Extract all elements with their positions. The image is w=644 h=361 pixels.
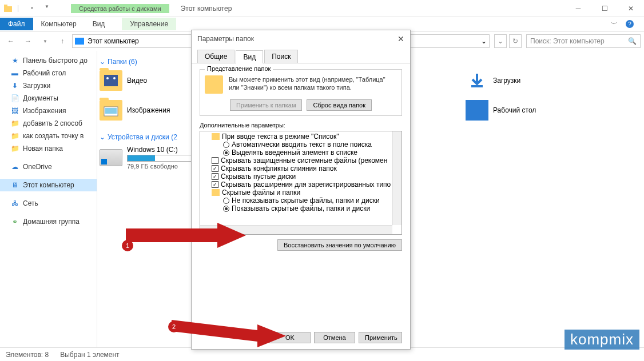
folder-desktop[interactable]: Рабочий стол xyxy=(466,100,580,121)
checkbox-hide-extensions[interactable]: ✓ xyxy=(212,181,218,188)
help-icon[interactable]: ? xyxy=(626,20,634,28)
dialog-tabs: Общие Вид Поиск xyxy=(192,47,410,63)
group-text: Вы можете применить этот вид (например, … xyxy=(229,75,397,94)
ok-button[interactable]: OK xyxy=(269,332,311,343)
radio-hide-hidden[interactable] xyxy=(223,198,229,204)
back-button[interactable]: ← xyxy=(3,34,18,49)
sidebar-item-folder3[interactable]: 📁Новая папка xyxy=(0,142,97,155)
sidebar-item-desktop[interactable]: ▬Рабочий стол xyxy=(0,67,97,79)
dialog-title: Параметры папок xyxy=(197,35,254,43)
checkbox-hide-empty-drives[interactable]: ✓ xyxy=(212,173,218,180)
drive-icon xyxy=(100,149,122,166)
download-icon xyxy=(466,70,488,91)
maximize-button[interactable]: ☐ xyxy=(591,0,618,17)
sidebar-quick-access[interactable]: ★Панель быстрого до xyxy=(0,54,97,67)
folder-icon xyxy=(205,75,223,94)
reset-folders-button[interactable]: Сброс вида папок xyxy=(307,99,372,111)
file-tab[interactable]: Файл xyxy=(0,18,33,30)
dialog-close-button[interactable]: ✕ xyxy=(397,34,404,43)
sidebar-onedrive[interactable]: ☁OneDrive xyxy=(0,161,97,173)
folder-icon: 📁 xyxy=(10,144,19,153)
dialog-footer: OK Отмена Применить xyxy=(192,326,410,349)
checkbox-hide-merge[interactable]: ✓ xyxy=(212,165,218,172)
annotation-badge-1: 1 xyxy=(122,240,133,251)
folder-label: Видео xyxy=(127,77,147,85)
restore-defaults-button[interactable]: Восстановить значения по умолчанию xyxy=(277,239,402,251)
window-title: Этот компьютер xyxy=(181,5,232,13)
checkbox-hide-protected[interactable] xyxy=(212,157,218,164)
recent-dropdown[interactable]: ▼ xyxy=(38,34,53,49)
advanced-label: Дополнительные параметры: xyxy=(200,122,402,129)
explorer-icon xyxy=(3,4,13,13)
folder-label: Рабочий стол xyxy=(493,106,536,114)
svg-rect-6 xyxy=(105,108,117,114)
desktop-icon: ▬ xyxy=(10,69,19,78)
annotation-badge-2: 2 xyxy=(168,321,180,332)
up-button[interactable]: ↑ xyxy=(55,34,70,49)
qat-dropdown-icon[interactable]: ▼ xyxy=(45,4,54,13)
desktop-icon xyxy=(466,100,488,121)
ribbon-collapse-icon[interactable]: ﹀ xyxy=(611,19,618,29)
download-icon: ⬇ xyxy=(10,81,19,90)
folder-icon: 📁 xyxy=(10,131,19,141)
chevron-down-icon[interactable]: ⌄ xyxy=(481,37,487,45)
search-icon: 🔍 xyxy=(628,37,637,45)
network-icon: 🖧 xyxy=(10,199,19,208)
tab-search[interactable]: Поиск xyxy=(264,50,298,63)
tree-vscrollbar[interactable] xyxy=(392,131,401,225)
tab-computer[interactable]: Компьютер xyxy=(33,18,85,30)
contextual-tab-header: Средства работы с дисками xyxy=(71,4,169,13)
sidebar-item-folder2[interactable]: 📁как создать точку в xyxy=(0,130,97,142)
minimize-button[interactable]: ─ xyxy=(565,0,591,17)
sidebar-item-downloads[interactable]: ⬇Загрузки xyxy=(0,79,97,92)
cancel-button[interactable]: Отмена xyxy=(314,332,355,343)
folder-icon xyxy=(100,70,122,91)
sidebar-item-folder1[interactable]: 📁добавить 2 способ xyxy=(0,117,97,130)
sidebar-network[interactable]: 🖧Сеть xyxy=(0,197,97,210)
sidebar-item-pictures[interactable]: 🖼Изображения xyxy=(0,105,97,117)
tree-hscrollbar[interactable] xyxy=(200,225,392,234)
address-text: Этот компьютер xyxy=(88,37,139,45)
search-input[interactable]: Поиск: Этот компьютер 🔍 xyxy=(526,34,641,48)
tab-view[interactable]: Вид xyxy=(85,18,113,30)
svg-point-4 xyxy=(113,77,116,79)
address-dropdown[interactable]: ⌄ xyxy=(494,34,507,48)
tab-manage[interactable]: Управление xyxy=(122,18,176,30)
sidebar-homegroup[interactable]: ⚭Домашняя группа xyxy=(0,215,97,228)
advanced-tree[interactable]: При вводе текста в режиме "Список" Автом… xyxy=(200,131,402,235)
sidebar-this-pc[interactable]: 🖥Этот компьютер xyxy=(0,179,97,191)
svg-point-3 xyxy=(106,77,109,79)
radio-auto-search[interactable] xyxy=(223,142,229,148)
titlebar: | ▫ ▼ Средства работы с дисками Этот ком… xyxy=(0,0,644,17)
svg-rect-1 xyxy=(4,5,7,7)
folder-downloads[interactable]: Загрузки xyxy=(466,70,580,91)
radio-select-typed[interactable] xyxy=(223,150,229,156)
svg-rect-2 xyxy=(104,75,118,86)
svg-rect-0 xyxy=(4,6,12,12)
tab-general[interactable]: Общие xyxy=(197,50,234,63)
homegroup-icon: ⚭ xyxy=(10,217,19,226)
radio-show-hidden[interactable] xyxy=(223,206,229,212)
folder-options-dialog: Параметры папок ✕ Общие Вид Поиск Предст… xyxy=(191,30,411,350)
tab-view[interactable]: Вид xyxy=(236,50,263,63)
dialog-body: Представление папок Вы можете применить … xyxy=(192,63,410,326)
navigation-pane: ★Панель быстрого до ▬Рабочий стол ⬇Загру… xyxy=(0,51,97,348)
folder-icon xyxy=(212,189,220,196)
sidebar-item-documents[interactable]: 📄Документы xyxy=(0,92,97,105)
status-count: Элементов: 8 xyxy=(6,351,49,359)
folder-label: Загрузки xyxy=(493,77,520,85)
apply-button[interactable]: Применить xyxy=(359,332,402,343)
folder-icon xyxy=(212,133,220,140)
close-button[interactable]: ✕ xyxy=(618,0,644,17)
status-selected: Выбран 1 элемент xyxy=(60,351,119,359)
refresh-button[interactable]: ↻ xyxy=(509,34,522,48)
document-icon: 📄 xyxy=(10,94,19,103)
apply-to-folders-button[interactable]: Применить к папкам xyxy=(230,99,303,111)
pc-icon: 🖥 xyxy=(10,181,19,190)
picture-icon: 🖼 xyxy=(10,106,19,115)
window-controls: ─ ☐ ✕ xyxy=(565,0,644,17)
folder-views-group: Представление папок Вы можете применить … xyxy=(200,69,402,116)
folder-icon: 📁 xyxy=(10,119,19,128)
forward-button[interactable]: → xyxy=(21,34,35,49)
properties-icon[interactable]: ▫ xyxy=(31,4,40,13)
